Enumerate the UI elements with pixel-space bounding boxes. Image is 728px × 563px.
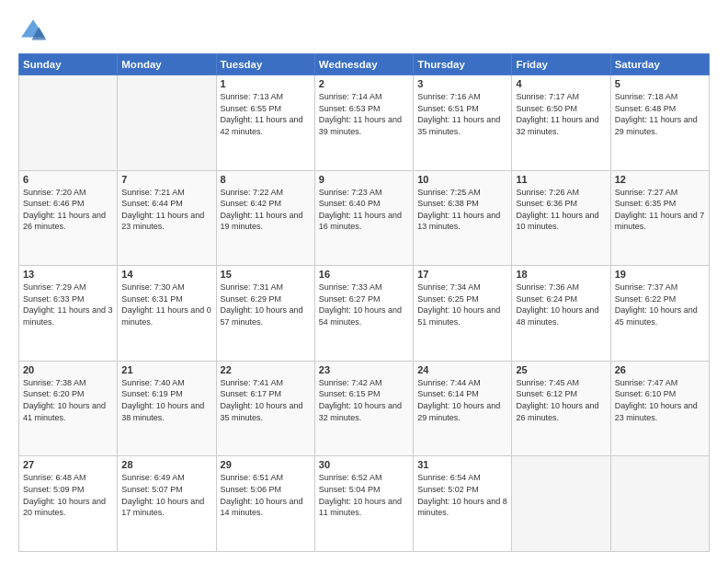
- calendar-cell: 18Sunrise: 7:36 AM Sunset: 6:24 PM Dayli…: [512, 266, 610, 362]
- calendar-cell: 13Sunrise: 7:29 AM Sunset: 6:33 PM Dayli…: [19, 266, 118, 362]
- day-info: Sunrise: 6:52 AM Sunset: 5:04 PM Dayligh…: [319, 472, 409, 518]
- day-number: 14: [121, 269, 211, 280]
- day-info: Sunrise: 7:21 AM Sunset: 6:44 PM Dayligh…: [121, 187, 211, 233]
- day-header-saturday: Saturday: [610, 54, 709, 75]
- calendar-cell: 23Sunrise: 7:42 AM Sunset: 6:15 PM Dayli…: [314, 361, 413, 456]
- calendar-cell: 5Sunrise: 7:18 AM Sunset: 6:48 PM Daylig…: [610, 75, 709, 171]
- day-number: 12: [615, 174, 705, 185]
- calendar-cell: 11Sunrise: 7:26 AM Sunset: 6:36 PM Dayli…: [512, 170, 610, 266]
- day-number: 22: [221, 364, 311, 375]
- week-row-5: 27Sunrise: 6:48 AM Sunset: 5:09 PM Dayli…: [19, 456, 710, 552]
- day-number: 13: [23, 269, 113, 280]
- calendar-cell: 8Sunrise: 7:22 AM Sunset: 6:42 PM Daylig…: [216, 170, 314, 266]
- day-info: Sunrise: 7:45 AM Sunset: 6:12 PM Dayligh…: [516, 377, 606, 423]
- day-info: Sunrise: 7:36 AM Sunset: 6:24 PM Dayligh…: [516, 282, 606, 327]
- day-number: 18: [516, 269, 606, 280]
- day-header-thursday: Thursday: [414, 54, 512, 75]
- day-number: 20: [23, 364, 113, 375]
- page: SundayMondayTuesdayWednesdayThursdayFrid…: [0, 0, 728, 563]
- calendar-cell: 16Sunrise: 7:33 AM Sunset: 6:27 PM Dayli…: [314, 266, 413, 362]
- calendar-cell: [610, 456, 709, 552]
- day-number: 4: [516, 78, 606, 89]
- day-number: 30: [319, 459, 409, 470]
- day-number: 10: [417, 174, 507, 185]
- logo-icon: [18, 17, 48, 46]
- calendar-cell: 2Sunrise: 7:14 AM Sunset: 6:53 PM Daylig…: [314, 75, 413, 171]
- calendar-cell: 17Sunrise: 7:34 AM Sunset: 6:25 PM Dayli…: [414, 266, 512, 362]
- day-info: Sunrise: 7:20 AM Sunset: 6:46 PM Dayligh…: [23, 187, 113, 233]
- day-info: Sunrise: 7:13 AM Sunset: 6:55 PM Dayligh…: [221, 91, 311, 137]
- calendar-cell: 30Sunrise: 6:52 AM Sunset: 5:04 PM Dayli…: [314, 456, 413, 552]
- calendar-cell: 22Sunrise: 7:41 AM Sunset: 6:17 PM Dayli…: [216, 361, 314, 456]
- day-number: 15: [221, 269, 311, 280]
- logo: [18, 17, 51, 46]
- day-info: Sunrise: 7:41 AM Sunset: 6:17 PM Dayligh…: [221, 377, 311, 423]
- day-info: Sunrise: 7:30 AM Sunset: 6:31 PM Dayligh…: [121, 282, 211, 327]
- calendar-header-row: SundayMondayTuesdayWednesdayThursdayFrid…: [19, 54, 710, 75]
- calendar-cell: [512, 456, 610, 552]
- day-info: Sunrise: 7:31 AM Sunset: 6:29 PM Dayligh…: [221, 282, 311, 327]
- calendar-cell: 19Sunrise: 7:37 AM Sunset: 6:22 PM Dayli…: [610, 266, 709, 362]
- day-info: Sunrise: 6:49 AM Sunset: 5:07 PM Dayligh…: [121, 472, 211, 518]
- calendar-cell: 14Sunrise: 7:30 AM Sunset: 6:31 PM Dayli…: [118, 266, 216, 362]
- day-number: 11: [516, 174, 606, 185]
- day-info: Sunrise: 7:37 AM Sunset: 6:22 PM Dayligh…: [615, 282, 705, 327]
- day-number: 1: [221, 78, 311, 89]
- calendar-cell: 1Sunrise: 7:13 AM Sunset: 6:55 PM Daylig…: [216, 75, 314, 171]
- day-info: Sunrise: 7:40 AM Sunset: 6:19 PM Dayligh…: [121, 377, 211, 423]
- day-number: 21: [121, 364, 211, 375]
- day-header-friday: Friday: [512, 54, 610, 75]
- day-info: Sunrise: 7:25 AM Sunset: 6:38 PM Dayligh…: [417, 187, 507, 233]
- day-info: Sunrise: 7:16 AM Sunset: 6:51 PM Dayligh…: [417, 91, 507, 137]
- day-info: Sunrise: 6:51 AM Sunset: 5:06 PM Dayligh…: [221, 472, 311, 518]
- week-row-3: 13Sunrise: 7:29 AM Sunset: 6:33 PM Dayli…: [19, 266, 710, 362]
- day-number: 6: [23, 174, 113, 185]
- day-number: 19: [615, 269, 705, 280]
- calendar-cell: 31Sunrise: 6:54 AM Sunset: 5:02 PM Dayli…: [414, 456, 512, 552]
- day-info: Sunrise: 7:29 AM Sunset: 6:33 PM Dayligh…: [23, 282, 113, 327]
- day-header-monday: Monday: [118, 54, 216, 75]
- day-info: Sunrise: 6:54 AM Sunset: 5:02 PM Dayligh…: [417, 472, 507, 518]
- day-number: 28: [121, 459, 211, 470]
- week-row-2: 6Sunrise: 7:20 AM Sunset: 6:46 PM Daylig…: [19, 170, 710, 266]
- day-info: Sunrise: 7:34 AM Sunset: 6:25 PM Dayligh…: [417, 282, 507, 327]
- day-info: Sunrise: 7:17 AM Sunset: 6:50 PM Dayligh…: [516, 91, 606, 137]
- calendar-cell: 20Sunrise: 7:38 AM Sunset: 6:20 PM Dayli…: [19, 361, 118, 456]
- day-info: Sunrise: 7:14 AM Sunset: 6:53 PM Dayligh…: [319, 91, 409, 137]
- day-number: 2: [319, 78, 409, 89]
- day-info: Sunrise: 7:23 AM Sunset: 6:40 PM Dayligh…: [319, 187, 409, 233]
- day-number: 29: [221, 459, 311, 470]
- day-info: Sunrise: 7:44 AM Sunset: 6:14 PM Dayligh…: [417, 377, 507, 423]
- day-number: 23: [319, 364, 409, 375]
- day-number: 3: [417, 78, 507, 89]
- calendar-table: SundayMondayTuesdayWednesdayThursdayFrid…: [18, 53, 710, 552]
- calendar-cell: 6Sunrise: 7:20 AM Sunset: 6:46 PM Daylig…: [19, 170, 118, 266]
- day-number: 16: [319, 269, 409, 280]
- day-number: 31: [417, 459, 507, 470]
- day-number: 17: [417, 269, 507, 280]
- day-header-wednesday: Wednesday: [314, 54, 413, 75]
- calendar-cell: 12Sunrise: 7:27 AM Sunset: 6:35 PM Dayli…: [610, 170, 709, 266]
- calendar-cell: 29Sunrise: 6:51 AM Sunset: 5:06 PM Dayli…: [216, 456, 314, 552]
- calendar-cell: 10Sunrise: 7:25 AM Sunset: 6:38 PM Dayli…: [414, 170, 512, 266]
- day-info: Sunrise: 6:48 AM Sunset: 5:09 PM Dayligh…: [23, 472, 113, 518]
- calendar-cell: 25Sunrise: 7:45 AM Sunset: 6:12 PM Dayli…: [512, 361, 610, 456]
- day-number: 24: [417, 364, 507, 375]
- calendar-cell: 24Sunrise: 7:44 AM Sunset: 6:14 PM Dayli…: [414, 361, 512, 456]
- calendar-cell: 21Sunrise: 7:40 AM Sunset: 6:19 PM Dayli…: [118, 361, 216, 456]
- day-number: 8: [221, 174, 311, 185]
- calendar-cell: 15Sunrise: 7:31 AM Sunset: 6:29 PM Dayli…: [216, 266, 314, 362]
- day-number: 26: [615, 364, 705, 375]
- day-info: Sunrise: 7:22 AM Sunset: 6:42 PM Dayligh…: [221, 187, 311, 233]
- calendar-cell: 9Sunrise: 7:23 AM Sunset: 6:40 PM Daylig…: [314, 170, 413, 266]
- day-header-sunday: Sunday: [19, 54, 118, 75]
- calendar-cell: [19, 75, 118, 171]
- day-info: Sunrise: 7:33 AM Sunset: 6:27 PM Dayligh…: [319, 282, 409, 327]
- week-row-4: 20Sunrise: 7:38 AM Sunset: 6:20 PM Dayli…: [19, 361, 710, 456]
- calendar-cell: 27Sunrise: 6:48 AM Sunset: 5:09 PM Dayli…: [19, 456, 118, 552]
- week-row-1: 1Sunrise: 7:13 AM Sunset: 6:55 PM Daylig…: [19, 75, 710, 171]
- day-header-tuesday: Tuesday: [216, 54, 314, 75]
- calendar-cell: 3Sunrise: 7:16 AM Sunset: 6:51 PM Daylig…: [414, 75, 512, 171]
- day-info: Sunrise: 7:18 AM Sunset: 6:48 PM Dayligh…: [615, 91, 705, 137]
- calendar-cell: [118, 75, 216, 171]
